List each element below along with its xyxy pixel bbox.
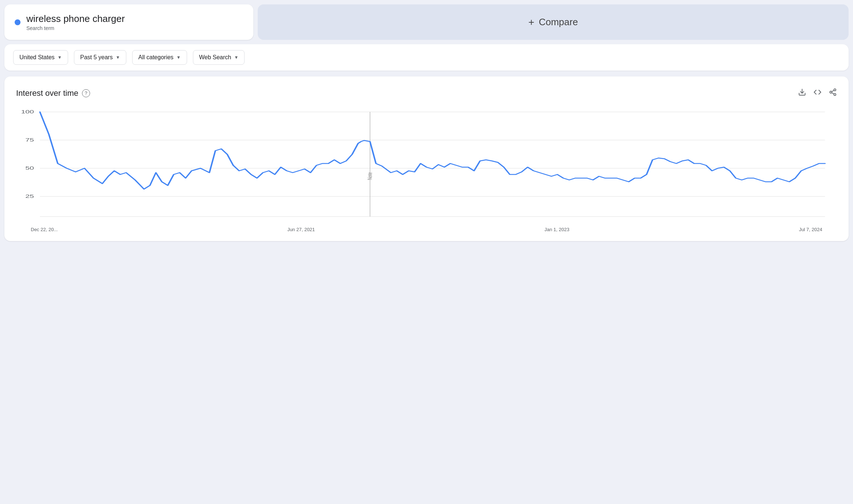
category-filter[interactable]: All categories ▼ [132,50,187,65]
svg-text:75: 75 [25,137,34,143]
svg-text:50: 50 [25,165,34,171]
embed-icon[interactable] [813,88,822,98]
search-term: wireless phone charger [26,13,125,25]
location-label: United States [19,54,55,61]
search-type-chevron-icon: ▼ [234,55,238,60]
svg-text:25: 25 [25,193,34,199]
time-label: Past 5 years [80,54,113,61]
chart-title: Interest over time [16,89,78,98]
search-card: wireless phone charger Search term [4,4,253,40]
chart-area: 100 75 50 25 Note [16,107,837,224]
x-label-2: Jan 1, 2023 [544,227,569,232]
download-icon[interactable] [798,88,806,98]
x-label-1: Jun 27, 2021 [287,227,315,232]
chart-header: Interest over time ? [16,88,837,98]
x-label-0: Dec 22, 20... [31,227,58,232]
location-chevron-icon: ▼ [57,55,62,60]
category-chevron-icon: ▼ [176,55,181,60]
interest-chart: 100 75 50 25 Note [16,107,837,224]
plus-icon: + [528,16,534,28]
chart-actions [798,88,837,98]
location-filter[interactable]: United States ▼ [13,50,68,65]
svg-text:Note: Note [366,172,373,180]
category-label: All categories [138,54,174,61]
compare-card[interactable]: + Compare [258,4,849,40]
chart-card: Interest over time ? [4,76,849,241]
filters-bar: United States ▼ Past 5 years ▼ All categ… [4,44,849,71]
svg-line-4 [832,93,834,94]
search-type-filter[interactable]: Web Search ▼ [193,50,245,65]
help-icon[interactable]: ? [82,89,90,97]
compare-label: Compare [539,16,578,28]
search-text-group: wireless phone charger Search term [26,13,125,31]
x-label-3: Jul 7, 2024 [799,227,822,232]
time-filter[interactable]: Past 5 years ▼ [74,50,126,65]
chart-title-group: Interest over time ? [16,89,90,98]
svg-text:100: 100 [21,109,34,114]
svg-line-5 [832,90,834,92]
search-dot [15,19,21,25]
share-icon[interactable] [829,88,837,98]
search-type-label: Web Search [199,54,231,61]
x-axis-labels: Dec 22, 20... Jun 27, 2021 Jan 1, 2023 J… [16,227,837,232]
search-label: Search term [26,25,125,31]
time-chevron-icon: ▼ [116,55,120,60]
